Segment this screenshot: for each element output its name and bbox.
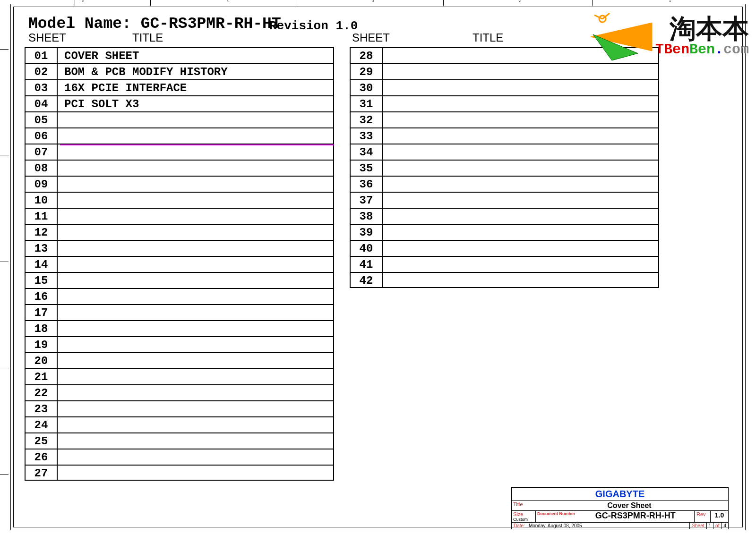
toc-row: 25 (25, 432, 334, 449)
toc-row: 26 (25, 449, 334, 465)
toc-sheet-title (383, 273, 659, 287)
toc-sheet-num: 14 (25, 257, 58, 272)
toc-column-1: 01COVER SHEET02BOM & PCB MODIFY HISTORY0… (25, 47, 334, 481)
toc-sheet-title (383, 257, 659, 272)
toc-sheet-num: 06 (25, 128, 58, 144)
toc-sheet-title (58, 321, 334, 336)
toc-row: 29 (350, 63, 659, 79)
toc-row: 37 (350, 192, 659, 208)
toc-sheet-num: 40 (350, 241, 383, 256)
toc-row: 14 (25, 256, 334, 272)
toc-sheet-num: 08 (25, 161, 58, 176)
toc-sheet-num: 02 (25, 64, 58, 79)
toc-sheet-num: 24 (25, 417, 58, 432)
toc-sheet-num: 27 (25, 466, 58, 480)
toc-column-2: 282930313233343536373839404142 (350, 47, 659, 288)
toc-sheet-num: 21 (25, 369, 58, 384)
toc-row: 22 (25, 384, 334, 400)
toc-sheet-num: 38 (350, 209, 383, 224)
toc-sheet-title (58, 401, 334, 416)
toc-sheet-num: 16 (25, 289, 58, 304)
toc-sheet-num: 31 (350, 96, 383, 111)
toc-sheet-num: 26 (25, 449, 58, 465)
toc-sheet-title (383, 128, 659, 144)
toc-sheet-num: 10 (25, 193, 58, 208)
toc-sheet-title (58, 273, 334, 288)
toc-row: 06 (25, 127, 334, 144)
toc-row: 34 (350, 144, 659, 160)
toc-sheet-title (58, 466, 334, 480)
toc-sheet-title (58, 289, 334, 304)
toc-row: 04PCI SOLT X3 (25, 95, 334, 111)
toc-sheet-title (383, 193, 659, 208)
toc-sheet-title (383, 241, 659, 256)
toc-row: 38 (350, 208, 659, 224)
toc-sheet-title (58, 193, 334, 208)
toc-sheet-title (383, 161, 659, 176)
toc-sheet-num: 37 (350, 193, 383, 208)
toc-row: 31 (350, 95, 659, 111)
toc-sheet-num: 19 (25, 337, 58, 352)
toc-sheet-title (58, 161, 334, 176)
toc-sheet-title (383, 48, 659, 63)
toc-sheet-title (58, 385, 334, 400)
toc-sheet-title (58, 128, 334, 144)
ruler-top: 5 4 3 2 1 (13, 0, 743, 7)
toc-row: 10 (25, 192, 334, 208)
toc-row: 32 (350, 111, 659, 127)
toc-sheet-num: 11 (25, 209, 58, 224)
toc-sheet-title (58, 225, 334, 240)
tb-doc-row: Size Custom Document Number GC-RS3PMR-RH… (511, 510, 729, 522)
toc-sheet-num: 18 (25, 321, 58, 336)
col2-title-header: TITLE (472, 31, 503, 44)
toc-sheet-title (58, 449, 334, 465)
toc-sheet-title: BOM & PCB MODIFY HISTORY (58, 64, 334, 79)
toc-sheet-num: 07 (25, 144, 58, 160)
toc-row: 40 (350, 240, 659, 256)
toc-sheet-num: 25 (25, 433, 58, 449)
tb-brand: GIGABYTE (511, 487, 729, 500)
toc-row: 02BOM & PCB MODIFY HISTORY (25, 63, 334, 79)
toc-row: 24 (25, 416, 334, 432)
watermark-text-en: TBenBen.com (655, 42, 749, 58)
toc-sheet-num: 30 (350, 80, 383, 95)
toc-sheet-title (58, 257, 334, 272)
toc-row: 39 (350, 224, 659, 240)
toc-sheet-num: 01 (25, 48, 58, 63)
toc-sheet-num: 41 (350, 257, 383, 272)
toc-sheet-title (383, 112, 659, 127)
toc-sheet-title (383, 64, 659, 79)
toc-sheet-num: 33 (350, 128, 383, 144)
tb-title-row: Title Cover Sheet (511, 500, 729, 510)
title-block: GIGABYTE Title Cover Sheet Size Custom D… (511, 487, 729, 529)
toc-row: 11 (25, 208, 334, 224)
toc-sheet-title (383, 225, 659, 240)
magenta-divider (60, 144, 334, 145)
toc-row: 33 (350, 127, 659, 144)
toc-sheet-title (383, 80, 659, 95)
toc-row: 28 (350, 47, 659, 63)
toc-row: 01COVER SHEET (25, 47, 334, 63)
col2-sheet-header: SHEET (352, 31, 390, 44)
toc-row: 08 (25, 160, 334, 176)
toc-sheet-title (383, 209, 659, 224)
toc-sheet-num: 36 (350, 177, 383, 192)
toc-sheet-title (383, 144, 659, 160)
toc-row: 07 (25, 144, 334, 160)
toc-sheet-title (58, 241, 334, 256)
toc-sheet-num: 03 (25, 80, 58, 95)
toc-sheet-title: COVER SHEET (58, 48, 334, 63)
toc-row: 05 (25, 111, 334, 127)
toc-sheet-num: 29 (350, 64, 383, 79)
toc-sheet-num: 35 (350, 161, 383, 176)
toc-row: 21 (25, 368, 334, 384)
toc-sheet-title (58, 112, 334, 127)
toc-sheet-num: 12 (25, 225, 58, 240)
toc-sheet-num: 23 (25, 401, 58, 416)
toc-row: 27 (25, 465, 334, 481)
revision-header: Revision 1.0 (269, 19, 358, 33)
toc-sheet-title (58, 337, 334, 352)
toc-row: 36 (350, 176, 659, 192)
toc-sheet-num: 15 (25, 273, 58, 288)
toc-sheet-num: 05 (25, 112, 58, 127)
